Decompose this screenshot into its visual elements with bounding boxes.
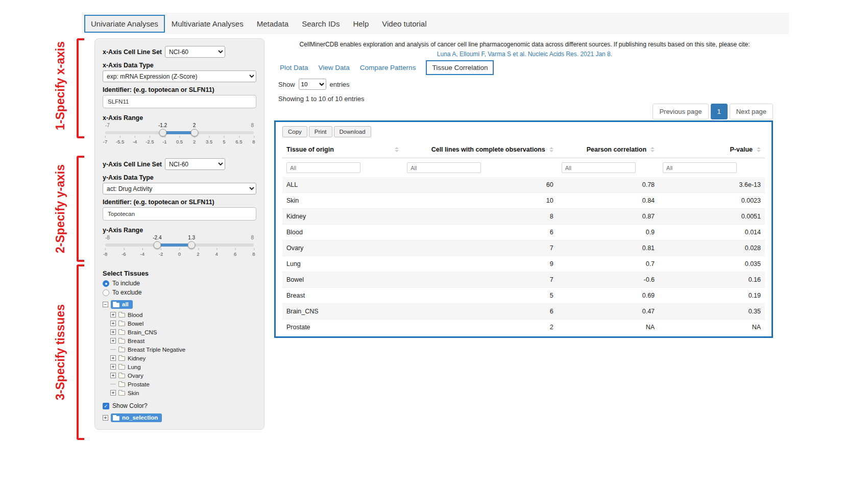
filter-input-cell-lines-with-complete-observations[interactable] [407,162,481,173]
tissues-exclude-label: To exclude [112,289,141,296]
filter-cell-pearson-correlation [558,158,659,178]
expand-icon[interactable]: + [110,329,116,335]
x-axis-identifier-input[interactable] [103,95,256,108]
y-axis-slider-from-value: -2.4 [153,235,161,240]
tissues-include-radio[interactable]: To include [103,280,256,287]
y-axis-slider-tick: -4 [140,251,144,257]
y-axis-slider-max-label: 8 [251,235,254,240]
tree-item-ovary[interactable]: +Ovary [110,371,256,380]
all-tissues-node[interactable]: all [111,300,133,309]
y-axis-slider-labels: -8-2.41.38 [105,235,254,242]
column-header-content: Pearson correlation [562,146,655,153]
tree-item-label: Breast Triple Negative [128,347,185,353]
expand-icon[interactable]: + [110,338,116,344]
folder-icon [118,348,125,352]
expand-icon[interactable]: + [110,312,116,318]
column-header-tissue-of-origin[interactable]: Tissue of origin [282,141,403,158]
x-axis-slider-tick: -5.5 [116,139,124,144]
x-axis-cell-line-set-select[interactable]: NCI-60 [165,46,225,58]
nav-tab-multivariate-analyses[interactable]: Multivariate Analyses [165,15,250,33]
y-axis-data-type-label: y-Axis Data Type [103,174,256,181]
y-axis-slider-from-handle[interactable] [153,241,161,249]
nav-tab-help[interactable]: Help [346,15,375,33]
expand-icon[interactable]: + [110,373,116,378]
tissues-exclude-radio[interactable]: To exclude [103,289,256,296]
checkbox-checked-icon: ✓ [103,403,109,409]
x-axis-slider-tick: -2.5 [146,139,154,144]
tree-item-skin[interactable]: +Skin [110,388,256,397]
tree-item-blood[interactable]: +Blood [110,310,256,319]
tree-item-kidney[interactable]: +Kidney [110,354,256,362]
current-page-button[interactable]: 1 [711,104,728,119]
y-axis-slider-track[interactable] [105,243,254,247]
next-page-button[interactable]: Next page [730,104,773,119]
y-axis-slider-tick: 0 [178,251,181,257]
nav-tab-search-ids[interactable]: Search IDs [295,15,346,33]
tissue-name-cell: Blood [282,225,403,240]
column-header-pearson-correlation[interactable]: Pearson correlation [558,141,659,158]
no-selection-node[interactable]: no_selection [111,413,162,422]
value-cell: 3.6e-13 [659,177,765,193]
table-row-ovary: Ovary70.810.028 [282,240,765,256]
show-color-option[interactable]: ✓ Show Color? [103,402,256,409]
table-row-all: ALL600.783.6e-13 [282,177,765,193]
y-axis-range-slider[interactable]: -8-2.41.38-8-6-4-202468 [105,235,254,261]
y-axis-cell-line-set-select[interactable]: NCI-60 [165,158,225,170]
y-axis-slider-to-handle[interactable] [188,241,196,249]
tree-item-breast[interactable]: +Breast [110,336,256,345]
tree-item-prostate[interactable]: Prostate [110,380,256,388]
x-axis-slider-max-label: 8 [251,123,254,128]
y-axis-identifier-input[interactable] [103,207,256,221]
copy-button[interactable]: Copy [282,126,307,137]
y-axis-cell-line-set-row: y-Axis Cell Line Set NCI-60 [103,158,256,170]
download-button[interactable]: Download [334,126,371,137]
column-header-p-value[interactable]: P-value [659,141,765,158]
x-axis-slider-from-handle[interactable] [159,129,166,137]
sort-desc-arrow [650,150,655,152]
tab-view-data[interactable]: View Data [319,64,350,71]
filter-input-tissue-of-origin[interactable] [286,162,360,173]
tab-compare-patterns[interactable]: Compare Patterns [360,64,416,71]
collapse-icon[interactable]: − [103,302,108,307]
nav-tab-metadata[interactable]: Metadata [250,15,296,33]
x-axis-slider-track[interactable] [105,131,254,134]
x-axis-slider-selected-range [163,131,195,134]
y-axis-slider-tick: -2 [159,251,163,257]
expand-icon[interactable]: + [110,364,116,370]
nav-tab-video-tutorial[interactable]: Video tutorial [375,15,433,33]
expand-icon[interactable]: + [110,355,116,361]
tissue-name-cell: Kidney [282,209,403,225]
sort-icon [395,147,399,152]
expand-icon[interactable]: + [110,390,116,396]
tree-item-bowel[interactable]: +Bowel [110,319,256,328]
show-label: Show [278,81,295,88]
expand-icon[interactable]: + [110,321,116,326]
value-cell: 5 [403,288,557,304]
y-axis-slider-min-label: -8 [105,235,110,240]
print-button[interactable]: Print [309,126,332,137]
nav-tab-univariate-analyses[interactable]: Univariate Analyses [84,15,165,33]
tree-item-label: Prostate [128,381,150,387]
entries-select[interactable]: 10 [299,79,326,90]
tree-item-brain-cns[interactable]: +Brain_CNS [110,328,256,336]
x-axis-data-type-select[interactable]: exp: mRNA Expression (Z-Score) [103,70,256,82]
column-header-cell-lines-with-complete-observations[interactable]: Cell lines with complete observations [403,141,557,158]
tree-item-lung[interactable]: +Lung [110,362,256,371]
tree-item-breast-triple-negative[interactable]: Breast Triple Negative [110,345,256,354]
tab-plot-data[interactable]: Plot Data [280,64,308,71]
expand-icon[interactable]: + [103,415,108,421]
folder-icon [118,374,125,378]
y-axis-data-type-select[interactable]: act: Drug Activity [103,183,256,194]
tree-item-label: Brain_CNS [128,329,157,335]
filter-input-pearson-correlation[interactable] [562,162,636,173]
no-selection-root-row: + no_selection [103,413,256,422]
sort-asc-arrow [549,147,553,149]
filter-input-p-value[interactable] [663,162,737,173]
x-axis-range-label: x-Axis Range [103,114,256,121]
tree-branch-line [110,384,116,384]
previous-page-button[interactable]: Previous page [653,104,708,119]
tab-tissue-correlation[interactable]: Tissue Correlation [426,60,494,75]
citation-link[interactable]: Luna A, Elloumi F, Varma S et al. Nuclei… [278,51,771,58]
x-axis-range-slider[interactable]: -7-1.228-7-5.5-4-2.5-10.523.556.58 [105,123,254,149]
value-cell: 0.16 [659,272,765,288]
